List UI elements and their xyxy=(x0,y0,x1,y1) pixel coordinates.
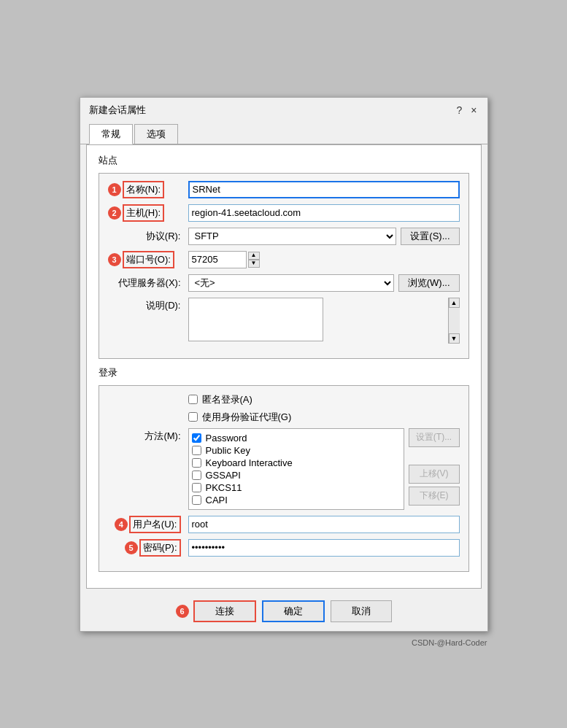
method-pkcs11: PKCS11 xyxy=(192,481,401,494)
method-settings-button[interactable]: 设置(T)... xyxy=(409,428,460,447)
protocol-row: 协议(R): SFTP FTP SCP 设置(S)... xyxy=(108,228,460,245)
desc-scroll-up[interactable]: ▲ xyxy=(449,298,460,308)
name-label-text: 名称(N): xyxy=(123,181,165,198)
site-section: 1 名称(N): 2 主机(H): 协议(R): xyxy=(99,173,469,359)
method-label: 方法(M): xyxy=(108,428,188,443)
port-number-badge: 3 xyxy=(108,253,121,266)
method-keyboard-label: Keyboard Interactive xyxy=(206,457,293,468)
username-number-badge: 4 xyxy=(115,518,128,531)
password-label: 5 密码(P): xyxy=(108,539,188,557)
desc-scroll-down[interactable]: ▼ xyxy=(449,333,460,344)
password-label-text: 密码(P): xyxy=(139,539,181,557)
port-spin-down[interactable]: ▼ xyxy=(248,260,260,268)
method-publickey-checkbox[interactable] xyxy=(192,446,201,455)
name-row: 1 名称(N): xyxy=(108,181,460,198)
agent-row: 使用身份验证代理(G) xyxy=(108,411,460,424)
method-row: 方法(M): Password Public Key Keyboard Inte… xyxy=(108,428,460,510)
port-label: 3 端口号(O): xyxy=(108,251,188,268)
method-down-button[interactable]: 下移(E) xyxy=(409,487,460,506)
host-number-badge: 2 xyxy=(108,206,121,220)
cancel-button[interactable]: 取消 xyxy=(331,600,392,622)
username-label: 4 用户名(U): xyxy=(108,516,188,533)
protocol-label: 协议(R): xyxy=(108,230,188,243)
method-capi: CAPI xyxy=(192,494,401,506)
method-gssapi-label: GSSAPI xyxy=(206,470,241,481)
connect-button[interactable]: 连接 xyxy=(193,600,256,622)
host-input[interactable] xyxy=(188,204,460,222)
dialog-window: 新建会话属性 ? × 常规 选项 站点 1 名称(N): xyxy=(80,97,488,632)
name-number-badge: 1 xyxy=(108,183,121,196)
description-scrollbar: ▲ ▼ xyxy=(448,298,460,344)
proxy-label: 代理服务器(X): xyxy=(108,276,188,290)
port-control: ▲ ▼ xyxy=(188,251,260,268)
host-label: 2 主机(H): xyxy=(108,204,188,222)
password-number-badge: 5 xyxy=(125,541,138,554)
title-bar: 新建会话属性 ? × xyxy=(80,98,487,120)
method-up-button[interactable]: 上移(V) xyxy=(409,465,460,484)
dialog-footer: 6 连接 确定 取消 xyxy=(80,595,487,631)
username-row: 4 用户名(U): xyxy=(108,516,460,533)
tab-general[interactable]: 常规 xyxy=(89,124,133,144)
login-section-title: 登录 xyxy=(99,366,469,379)
host-row: 2 主机(H): xyxy=(108,204,460,222)
login-section: 匿名登录(A) 使用身份验证代理(G) 方法(M): Password Pub xyxy=(99,385,469,572)
description-container: ▲ ▼ xyxy=(188,298,460,344)
method-publickey: Public Key xyxy=(192,444,401,457)
proxy-row: 代理服务器(X): <无> 浏览(W)... xyxy=(108,274,460,292)
port-label-text: 端口号(O): xyxy=(123,251,174,268)
method-pkcs11-label: PKCS11 xyxy=(206,482,242,493)
agent-checkbox[interactable] xyxy=(188,412,198,422)
description-input[interactable] xyxy=(188,298,323,341)
tab-options[interactable]: 选项 xyxy=(134,124,178,144)
name-input[interactable] xyxy=(188,181,460,198)
close-button[interactable]: × xyxy=(469,104,478,116)
method-buttons: 设置(T)... 上移(V) 下移(E) xyxy=(409,428,460,506)
method-publickey-label: Public Key xyxy=(206,445,250,456)
connect-number-badge: 6 xyxy=(176,605,189,618)
method-password-label: Password xyxy=(206,433,247,444)
title-actions: ? × xyxy=(455,104,479,116)
password-row: 5 密码(P): xyxy=(108,539,460,557)
method-gssapi-checkbox[interactable] xyxy=(192,471,201,480)
method-password: Password xyxy=(192,432,401,444)
connect-container: 6 连接 xyxy=(176,600,256,622)
anonymous-label: 匿名登录(A) xyxy=(202,393,252,406)
username-label-text: 用户名(U): xyxy=(129,516,181,533)
proxy-browse-button[interactable]: 浏览(W)... xyxy=(398,274,460,292)
method-capi-checkbox[interactable] xyxy=(192,495,201,505)
port-input[interactable] xyxy=(188,251,247,268)
username-input[interactable] xyxy=(188,516,460,533)
password-input[interactable] xyxy=(188,539,460,557)
proxy-select[interactable]: <无> xyxy=(188,274,394,292)
method-keyboard: Keyboard Interactive xyxy=(192,457,401,469)
anonymous-checkbox[interactable] xyxy=(188,395,198,404)
name-label: 1 名称(N): xyxy=(108,181,188,198)
host-label-text: 主机(H): xyxy=(123,204,165,222)
description-label: 说明(D): xyxy=(108,298,188,312)
dialog-title: 新建会话属性 xyxy=(89,104,146,117)
confirm-button[interactable]: 确定 xyxy=(262,600,325,622)
agent-label: 使用身份验证代理(G) xyxy=(202,411,292,424)
method-password-checkbox[interactable] xyxy=(192,433,201,443)
protocol-settings-button[interactable]: 设置(S)... xyxy=(401,228,459,245)
method-gssapi: GSSAPI xyxy=(192,469,401,481)
help-button[interactable]: ? xyxy=(455,104,464,116)
method-capi-label: CAPI xyxy=(206,495,228,506)
method-list: Password Public Key Keyboard Interactive… xyxy=(188,428,404,510)
protocol-select[interactable]: SFTP FTP SCP xyxy=(188,228,397,245)
dialog-body: 站点 1 名称(N): 2 主机(H): xyxy=(86,144,482,589)
port-spin-up[interactable]: ▲ xyxy=(248,252,260,260)
site-section-title: 站点 xyxy=(99,154,469,167)
method-keyboard-checkbox[interactable] xyxy=(192,458,201,468)
port-spinner: ▲ ▼ xyxy=(248,252,260,268)
anonymous-row: 匿名登录(A) xyxy=(108,393,460,406)
watermark: CSDN-@Hard-Coder xyxy=(412,638,487,647)
port-row: 3 端口号(O): ▲ ▼ xyxy=(108,251,460,268)
method-pkcs11-checkbox[interactable] xyxy=(192,483,201,492)
tab-bar: 常规 选项 xyxy=(80,120,487,144)
description-row: 说明(D): ▲ ▼ xyxy=(108,298,460,344)
